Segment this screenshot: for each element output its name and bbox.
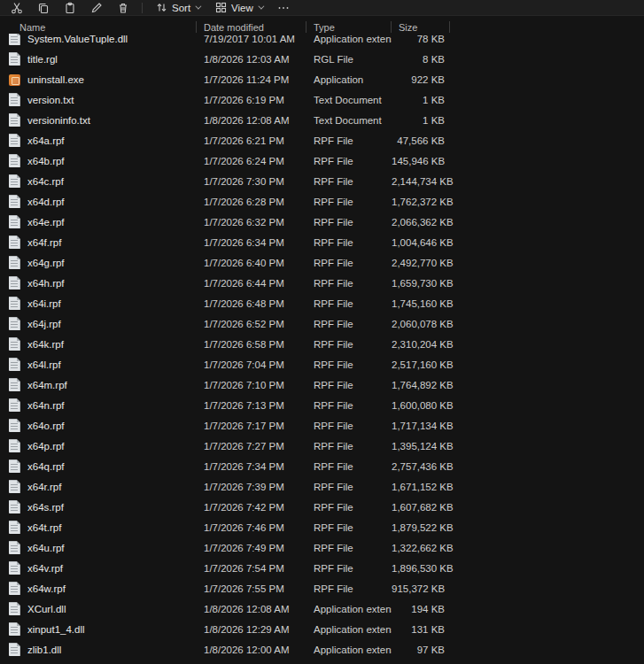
column-header-size[interactable]: Size (392, 21, 450, 33)
file-name: versioninfo.txt (27, 115, 90, 126)
file-icon (9, 561, 20, 575)
file-name: x64h.rpf (27, 278, 65, 289)
file-icon (9, 256, 20, 269)
file-name-cell: x64c.rpf (0, 174, 197, 188)
file-type: RPF File (306, 197, 392, 207)
file-name-cell: x64h.rpf (0, 276, 197, 290)
file-row[interactable]: x64u.rpf 1/7/2026 7:49 PM RPF File 1,322… (0, 537, 644, 558)
file-row[interactable]: x64o.rpf 1/7/2026 7:17 PM RPF File 1,717… (0, 415, 644, 436)
file-type: RPF File (306, 400, 392, 411)
file-name-cell: x64q.rpf (0, 459, 197, 473)
file-row[interactable]: x64b.rpf 1/7/2026 6:24 PM RPF File 145,9… (0, 151, 644, 171)
file-icon (9, 500, 20, 513)
column-header-date-modified[interactable]: Date modified (197, 21, 306, 33)
file-row[interactable]: x64c.rpf 1/7/2026 7:30 PM RPF File 2,144… (0, 171, 644, 191)
file-list: System.ValueTuple.dll 7/19/2017 10:01 AM… (0, 28, 644, 660)
file-row[interactable]: x64i.rpf 1/7/2026 6:48 PM RPF File 1,745… (0, 293, 644, 313)
file-row[interactable]: x64n.rpf 1/7/2026 7:13 PM RPF File 1,600… (0, 395, 644, 415)
file-size: 1,395,124 KB (392, 441, 450, 452)
file-icon (9, 358, 20, 371)
file-size: 2,144,734 KB (392, 176, 450, 187)
file-row[interactable]: x64v.rpf 1/7/2026 7:54 PM RPF File 1,896… (0, 558, 644, 578)
file-modified: 1/7/2026 7:39 PM (197, 482, 306, 492)
file-icon (9, 459, 20, 473)
file-row[interactable]: x64r.rpf 1/7/2026 7:39 PM RPF File 1,671… (0, 476, 644, 497)
file-size: 47,566 KB (392, 135, 450, 146)
file-type: Application extens... (306, 645, 392, 655)
file-icon (9, 215, 20, 228)
file-icon (9, 439, 20, 452)
file-row[interactable]: x64s.rpf 1/7/2026 7:42 PM RPF File 1,607… (0, 497, 644, 517)
file-type: RPF File (306, 319, 392, 329)
file-row[interactable]: x64d.rpf 1/7/2026 6:28 PM RPF File 1,762… (0, 191, 644, 212)
column-header-label: Type (314, 22, 335, 33)
sort-button[interactable]: Sort (148, 0, 207, 16)
paste-button[interactable] (57, 0, 83, 16)
file-modified: 1/7/2026 6:48 PM (197, 298, 306, 309)
file-icon (9, 195, 20, 208)
file-name-cell: x64b.rpf (0, 154, 197, 167)
file-row[interactable]: x64l.rpf 1/7/2026 7:04 PM RPF File 2,517… (0, 354, 644, 374)
file-icon (9, 378, 20, 391)
file-type: RPF File (306, 135, 392, 146)
more-options-button[interactable] (270, 0, 297, 16)
file-row[interactable]: versioninfo.txt 1/8/2026 12:08 AM Text D… (0, 110, 644, 130)
file-type: RPF File (306, 583, 392, 594)
file-name-cell: x64r.rpf (0, 480, 197, 493)
file-row[interactable]: uninstall.exe 1/7/2026 11:24 PM Applicat… (0, 69, 644, 89)
file-size: 2,060,078 KB (392, 319, 450, 329)
file-row[interactable]: x64p.rpf 1/7/2026 7:27 PM RPF File 1,395… (0, 436, 644, 456)
file-row[interactable]: x64t.rpf 1/7/2026 7:46 PM RPF File 1,879… (0, 517, 644, 537)
file-row[interactable]: title.rgl 1/8/2026 12:03 AM RGL File 8 K… (0, 49, 644, 69)
file-size: 1,659,730 KB (392, 278, 450, 289)
file-name-cell: zlib1.dll (0, 643, 197, 656)
view-button[interactable]: View (207, 0, 270, 16)
file-name: x64m.rpf (27, 380, 67, 390)
file-icon (9, 235, 20, 249)
file-name: x64t.rpf (27, 522, 61, 533)
file-row[interactable]: x64h.rpf 1/7/2026 6:44 PM RPF File 1,659… (0, 273, 644, 293)
file-row[interactable]: x64g.rpf 1/7/2026 6:40 PM RPF File 2,492… (0, 252, 644, 273)
file-type: Application (306, 74, 392, 85)
file-size: 1,896,530 KB (392, 563, 450, 574)
file-modified: 1/8/2026 12:08 AM (197, 115, 306, 126)
file-size: 1,745,160 KB (392, 298, 450, 309)
file-modified: 1/7/2026 7:49 PM (197, 543, 306, 553)
file-row[interactable]: x64j.rpf 1/7/2026 6:52 PM RPF File 2,060… (0, 313, 644, 334)
file-icon (9, 602, 20, 615)
file-row[interactable]: x64e.rpf 1/7/2026 6:32 PM RPF File 2,066… (0, 212, 644, 232)
file-size: 131 KB (392, 624, 450, 635)
file-name: x64d.rpf (27, 197, 65, 207)
file-row[interactable]: x64k.rpf 1/7/2026 6:58 PM RPF File 2,310… (0, 334, 644, 354)
file-row[interactable]: x64f.rpf 1/7/2026 6:34 PM RPF File 1,004… (0, 232, 644, 252)
file-name: XCurl.dll (27, 604, 66, 614)
column-header-name[interactable]: Name (0, 21, 197, 33)
file-name: x64c.rpf (27, 176, 64, 187)
file-row[interactable]: xinput1_4.dll 1/8/2026 12:29 AM Applicat… (0, 619, 644, 639)
copy-button[interactable] (30, 0, 57, 16)
file-icon (9, 582, 20, 595)
file-name-cell: x64f.rpf (0, 235, 197, 249)
rename-button[interactable] (83, 0, 110, 16)
file-row[interactable]: XCurl.dll 1/8/2026 12:08 AM Application … (0, 598, 644, 619)
column-header-type[interactable]: Type (306, 21, 392, 33)
file-name-cell: x64m.rpf (0, 378, 197, 391)
file-row[interactable]: x64q.rpf 1/7/2026 7:34 PM RPF File 2,757… (0, 456, 644, 476)
file-name-cell: x64o.rpf (0, 419, 197, 432)
file-row[interactable]: x64m.rpf 1/7/2026 7:10 PM RPF File 1,764… (0, 374, 644, 395)
file-name: title.rgl (27, 54, 58, 65)
file-type: RPF File (306, 461, 392, 472)
delete-button[interactable] (110, 0, 136, 16)
file-icon (9, 317, 20, 330)
file-row[interactable]: zlib1.dll 1/8/2026 12:00 AM Application … (0, 639, 644, 660)
file-type: RGL File (306, 54, 392, 65)
file-name: x64i.rpf (27, 298, 61, 309)
cut-button[interactable] (4, 0, 30, 16)
file-type: Application extens... (306, 604, 392, 614)
file-icon (9, 32, 20, 45)
file-row[interactable]: x64w.rpf 1/7/2026 7:55 PM RPF File 915,3… (0, 578, 644, 598)
file-row[interactable]: x64a.rpf 1/7/2026 6:21 PM RPF File 47,56… (0, 130, 644, 151)
more-icon (277, 2, 290, 14)
file-row[interactable]: version.txt 1/7/2026 6:19 PM Text Docume… (0, 89, 644, 110)
file-name: x64u.rpf (27, 543, 65, 553)
